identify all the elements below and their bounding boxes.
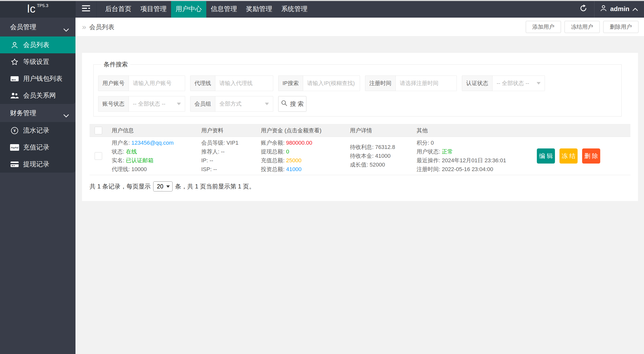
- sidebar-item-recharge-log[interactable]: PayPal 充值记录: [0, 139, 75, 156]
- cell-actions: 编 辑 冻 结 删 除: [537, 137, 630, 175]
- online-status: 在线: [126, 148, 137, 155]
- refresh-button[interactable]: [573, 0, 594, 18]
- withdraw-total[interactable]: 0: [286, 148, 289, 155]
- hamburger-icon: [82, 5, 90, 13]
- add-user-button[interactable]: 添加用户: [526, 21, 561, 33]
- user-menu[interactable]: admin: [594, 0, 644, 18]
- sidebar-item-user-wallets[interactable]: 用户钱包列表: [0, 70, 75, 87]
- refresh-icon: [580, 5, 587, 13]
- content-card: 条件搜索 用户账号 代理线 IP搜索 注册时间: [82, 53, 638, 201]
- sidebar-item-level-settings[interactable]: 等级设置: [0, 53, 75, 70]
- filter-row-1: 用户账号 代理线 IP搜索 注册时间 认证状态: [98, 75, 617, 91]
- users-icon: [10, 92, 19, 99]
- sidebar-item-withdraw-log[interactable]: 提现记录: [0, 156, 75, 173]
- cell-user-info: 用户名: 123456@qq.com 状态: 在线 实名: 已认证邮箱 代理线:…: [108, 137, 198, 175]
- register-time-input[interactable]: [396, 76, 457, 91]
- row-checkbox[interactable]: [95, 152, 102, 160]
- header-user-profile: 用户资料: [198, 124, 257, 137]
- user-status-value: 正常: [442, 148, 453, 155]
- member-table: 用户信息 用户资料 用户资金 (点击金额查看) 用户详情 其他 用户名: 123…: [90, 124, 630, 175]
- top-bar: lc TP5.3 后台首页 项目管理 用户中心 信息管理 奖励管理 系统管理 a…: [0, 0, 644, 18]
- header-checkbox-cell: [90, 124, 108, 137]
- ip-search-input[interactable]: [303, 76, 360, 91]
- chevron-up-icon: [632, 5, 638, 13]
- header-user-detail: 用户详情: [346, 124, 413, 137]
- ip-field-group: IP搜索: [278, 75, 360, 91]
- page-size-value: 20: [157, 183, 164, 190]
- search-button-label: 搜 索: [290, 100, 304, 108]
- group-title-label: 会员管理: [10, 23, 36, 31]
- auth-status-select[interactable]: -- 全部状态 --: [493, 76, 545, 91]
- header-user-funds: 用户资金 (点击金额查看): [257, 124, 346, 137]
- caret-down-icon: [537, 82, 541, 85]
- invest-total[interactable]: 41000: [286, 166, 301, 172]
- account-status-value: -- 全部状态 --: [133, 100, 166, 108]
- search-button[interactable]: 搜 索: [278, 96, 306, 112]
- paypal-icon: PayPal: [10, 144, 19, 151]
- star-icon: [10, 58, 19, 66]
- account-field-group: 用户账号: [98, 75, 185, 91]
- sidebar-group-finance-management[interactable]: 财务管理: [0, 104, 75, 122]
- pending-principal: 41000: [375, 153, 390, 159]
- sidebar-item-member-network[interactable]: 会员关系网: [0, 87, 75, 104]
- nav-item-info[interactable]: 信息管理: [206, 0, 242, 18]
- sidebar-item-member-list[interactable]: 会员列表: [0, 36, 75, 53]
- chevron-down-icon: [63, 26, 69, 33]
- table-header-row: 用户信息 用户资料 用户资金 (点击金额查看) 用户详情 其他: [90, 124, 630, 137]
- breadcrumb-bar: » 会员列表 添加用户 冻结用户 删除用户: [75, 18, 644, 36]
- sidebar-submenu-member: 会员列表 等级设置 用户钱包列表 会员关系网: [0, 36, 75, 104]
- recharge-total[interactable]: 25000: [286, 157, 301, 164]
- sidebar-submenu-finance: ¥ 流水记录 PayPal 充值记录 提现记录: [0, 122, 75, 173]
- username-label: admin: [610, 5, 629, 13]
- nav-item-rewards[interactable]: 奖励管理: [242, 0, 277, 18]
- bank-card-icon: [10, 161, 19, 167]
- agent-field-group: 代理线: [190, 75, 273, 91]
- auth-status-label: 认证状态: [462, 76, 493, 91]
- top-edge-strip: [0, 0, 644, 1]
- member-group-select[interactable]: 全部方式: [215, 96, 273, 111]
- regtime-field-group: 注册时间: [365, 75, 457, 91]
- svg-text:¥: ¥: [13, 129, 16, 133]
- topbar-right: admin: [573, 0, 644, 18]
- sidebar-item-transaction-log[interactable]: ¥ 流水记录: [0, 122, 75, 139]
- agent-input[interactable]: [215, 76, 273, 91]
- page-size-select[interactable]: 20: [153, 181, 173, 191]
- table-row: 用户名: 123456@qq.com 状态: 在线 实名: 已认证邮箱 代理线:…: [90, 137, 630, 175]
- nav-item-system[interactable]: 系统管理: [277, 0, 312, 18]
- ip-field-label: IP搜索: [278, 76, 303, 91]
- member-group-field-group: 会员组 全部方式: [190, 96, 273, 112]
- nav-item-user-center[interactable]: 用户中心: [171, 0, 206, 18]
- growth-value: 52000: [370, 162, 385, 168]
- collapse-menu-button[interactable]: [75, 0, 97, 18]
- pending-interest: 76312.8: [375, 144, 395, 150]
- freeze-user-button[interactable]: 冻结用户: [565, 21, 600, 33]
- row-checkbox-cell: [90, 137, 108, 175]
- wallet-card-icon: [10, 75, 19, 82]
- freeze-button[interactable]: 冻 结: [559, 148, 578, 164]
- sidebar-item-label: 充值记录: [23, 143, 49, 152]
- member-group-label: 会员组: [190, 96, 215, 111]
- nav-item-projects[interactable]: 项目管理: [136, 0, 171, 18]
- account-input[interactable]: [129, 76, 185, 91]
- delete-user-button[interactable]: 删除用户: [603, 21, 638, 33]
- member-group-value: 全部方式: [219, 100, 242, 108]
- edit-button[interactable]: 编 辑: [537, 148, 555, 164]
- select-all-checkbox[interactable]: [95, 127, 102, 134]
- agent-line-value: 10000: [131, 166, 147, 172]
- account-status-field-group: 账号状态 -- 全部状态 --: [98, 96, 185, 112]
- page-action-buttons: 添加用户 冻结用户 删除用户: [522, 21, 638, 33]
- account-status-select[interactable]: -- 全部状态 --: [129, 96, 185, 111]
- username-link[interactable]: 123456@qq.com: [131, 140, 174, 146]
- pagination-suffix: 条，共 1 页当前显示第 1 页。: [175, 182, 255, 190]
- header-actions: [537, 124, 630, 137]
- balance-amount[interactable]: 980000.00: [286, 140, 312, 146]
- member-level: VIP1: [226, 140, 238, 146]
- points-value: 0: [431, 140, 434, 146]
- delete-button[interactable]: 删 除: [582, 148, 600, 164]
- cell-user-funds: 账户余额: 980000.00 提现总额: 0 充值总额: 25000 投资总额…: [257, 137, 346, 175]
- sidebar-group-member-management[interactable]: 会员管理: [0, 18, 75, 36]
- cell-user-profile: 会员等级: VIP1 推荐人: -- IP: -- ISP: --: [198, 137, 257, 175]
- nav-item-dashboard[interactable]: 后台首页: [101, 0, 136, 18]
- caret-down-icon: [166, 185, 170, 188]
- filter-legend: 条件搜索: [101, 60, 130, 68]
